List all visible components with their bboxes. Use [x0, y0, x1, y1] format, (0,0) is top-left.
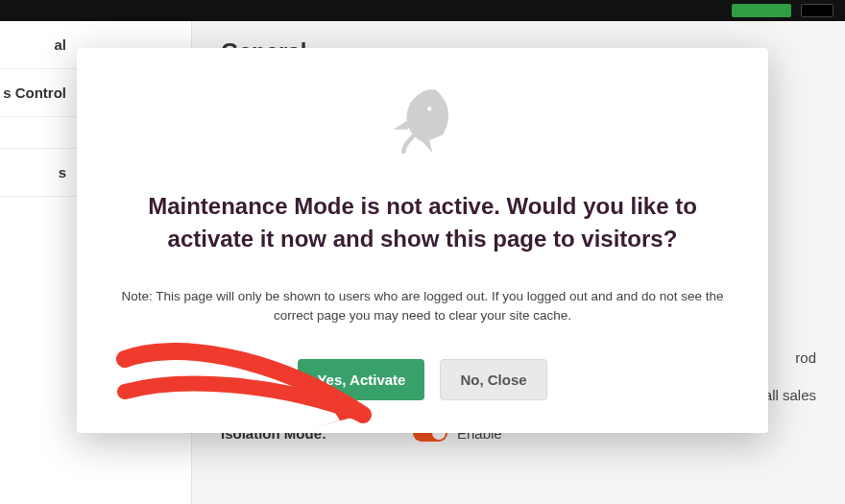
- svg-point-0: [423, 103, 435, 114]
- dialog-note: Note: This page will only be shown to us…: [115, 287, 730, 324]
- yes-activate-button[interactable]: Yes, Activate: [298, 359, 424, 400]
- dialog-title: Maintenance Mode is not active. Would yo…: [120, 190, 725, 254]
- no-close-button[interactable]: No, Close: [440, 359, 546, 400]
- dialog-button-row: Yes, Activate No, Close: [96, 359, 749, 400]
- rocket-icon: [379, 77, 466, 163]
- activate-maintenance-dialog: Maintenance Mode is not active. Would yo…: [77, 48, 768, 433]
- modal-overlay: Maintenance Mode is not active. Would yo…: [0, 0, 845, 504]
